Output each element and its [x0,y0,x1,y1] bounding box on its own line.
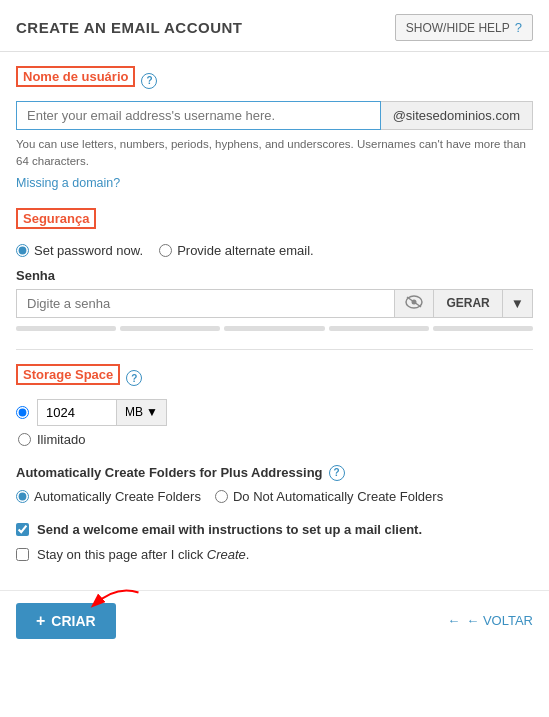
red-arrow-indicator [86,585,146,615]
missing-domain-link[interactable]: Missing a domain? [16,176,120,190]
toggle-password-visibility-button[interactable] [395,289,434,318]
username-help-icon[interactable]: ? [141,73,157,89]
auto-folders-title: Automatically Create Folders for Plus Ad… [16,465,533,481]
welcome-email-label: Send a welcome email with instructions t… [37,522,422,537]
username-input-row: @sitesedominios.com [16,101,533,130]
storage-help-icon[interactable]: ? [126,370,142,386]
page-title: CREATE AN EMAIL ACCOUNT [16,19,243,36]
storage-unlimited-radio[interactable] [18,433,31,446]
divider [16,349,533,350]
criar-btn-container: + CRIAR [16,603,116,639]
stay-on-page-row: Stay on this page after I click Create. [16,547,533,562]
unlimited-row: Ilimitado [18,432,533,447]
stay-on-page-checkbox[interactable] [16,548,29,561]
storage-value-row: MB ▼ [16,399,533,426]
storage-size-input[interactable] [37,399,117,426]
alternate-email-radio[interactable] [159,244,172,257]
storage-section-label: Storage Space [16,364,120,385]
security-radio-row: Set password now. Provide alternate emai… [16,243,533,258]
set-password-radio[interactable] [16,244,29,257]
strength-bar-5 [433,326,533,331]
svg-line-2 [407,297,421,307]
username-section: Nome de usuário ? @sitesedominios.com Yo… [16,66,533,190]
password-strength-bars [16,326,533,331]
show-hide-help-button[interactable]: SHOW/HIDE HELP ? [395,14,533,41]
arrow-left-icon: ← [447,613,460,628]
username-label-row: Nome de usuário ? [16,66,533,95]
storage-label-row: Storage Space ? [16,364,533,393]
password-input[interactable] [16,289,395,318]
strength-bar-4 [329,326,429,331]
strength-bar-2 [120,326,220,331]
criar-label: CRIAR [51,613,95,629]
welcome-email-checkbox[interactable] [16,523,29,536]
storage-custom-radio[interactable] [16,406,29,419]
eye-icon [405,295,423,312]
password-label: Senha [16,268,533,283]
no-auto-folders-radio[interactable] [215,490,228,503]
security-section-label: Segurança [16,208,96,229]
main-content: Nome de usuário ? @sitesedominios.com Yo… [0,52,549,586]
auto-create-folders-option[interactable]: Automatically Create Folders [16,489,201,504]
domain-suffix: @sitesedominios.com [381,101,533,130]
strength-bar-1 [16,326,116,331]
alternate-email-option[interactable]: Provide alternate email. [159,243,314,258]
strength-bar-3 [224,326,324,331]
username-input[interactable] [16,101,381,130]
auto-folders-section: Automatically Create Folders for Plus Ad… [16,465,533,504]
username-hint: You can use letters, numbers, periods, h… [16,136,533,171]
username-section-label: Nome de usuário [16,66,135,87]
chevron-down-icon: ▼ [511,296,524,311]
page-header: CREATE AN EMAIL ACCOUNT SHOW/HIDE HELP ? [0,0,549,52]
storage-unit-dropdown[interactable]: MB ▼ [117,399,167,426]
storage-section: Storage Space ? MB ▼ Ilimitado [16,364,533,447]
auto-folders-radio-row: Automatically Create Folders Do Not Auto… [16,489,533,504]
unit-chevron-icon: ▼ [146,405,158,419]
password-row: GERAR ▼ [16,289,533,318]
footer: + CRIAR ← ← VOLTAR [0,590,549,653]
stay-on-page-label: Stay on this page after I click Create. [37,547,249,562]
no-auto-folders-option[interactable]: Do Not Automatically Create Folders [215,489,443,504]
storage-input-wrap: MB ▼ [37,399,167,426]
generate-dropdown-button[interactable]: ▼ [503,289,533,318]
auto-create-folders-radio[interactable] [16,490,29,503]
folders-help-icon[interactable]: ? [329,465,345,481]
help-circle-icon: ? [515,20,522,35]
security-section: Segurança Set password now. Provide alte… [16,208,533,331]
plus-icon: + [36,612,45,630]
generate-password-button[interactable]: GERAR [434,289,502,318]
security-label-row: Segurança [16,208,533,237]
set-password-option[interactable]: Set password now. [16,243,143,258]
voltar-button[interactable]: ← ← VOLTAR [447,613,533,628]
welcome-email-row: Send a welcome email with instructions t… [16,522,533,537]
